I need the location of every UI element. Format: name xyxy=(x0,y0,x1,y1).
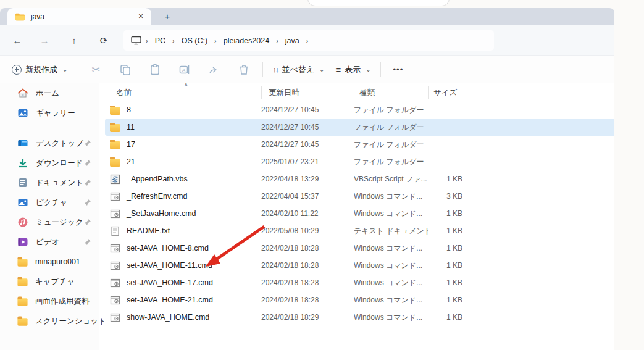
more-options-button[interactable]: ••• xyxy=(385,60,412,80)
file-row-readme-txt[interactable]: README.txt 2022/05/08 10:29 テキスト ドキュメント … xyxy=(105,222,614,240)
sidebar-item-minapuro001[interactable]: minapuro001 xyxy=(2,252,96,272)
file-type: Windows コマンド... xyxy=(354,312,428,323)
file-date: 2022/04/18 13:29 xyxy=(261,175,354,183)
file-name: README.txt xyxy=(127,227,170,235)
breadcrumb-item-pc[interactable]: PC xyxy=(151,36,169,45)
file-size: 1 KB xyxy=(428,278,467,287)
column-type[interactable]: 種類 xyxy=(359,88,375,98)
sidebar-item-capture[interactable]: キャプチャ xyxy=(2,272,96,291)
sidebar-item-videos[interactable]: ビデオ xyxy=(2,232,96,252)
file-row-17[interactable]: 17 2024/12/27 10:45 ファイル フォルダー xyxy=(105,136,614,153)
file-type: Windows コマンド... xyxy=(354,295,428,306)
cmd-file-icon xyxy=(110,295,120,306)
sidebar-item-desktop[interactable]: デスクトップ xyxy=(2,133,96,153)
file-row-set-java-home-8-cmd[interactable]: set-JAVA_HOME-8.cmd 2024/02/18 18:28 Win… xyxy=(105,240,614,257)
file-date: 2024/12/27 10:45 xyxy=(261,140,354,149)
sidebar-item-label: スクリーンショット xyxy=(35,316,106,327)
vbscript-file-icon xyxy=(110,174,120,185)
column-resizer[interactable] xyxy=(479,86,479,99)
column-date[interactable]: 更新日時 xyxy=(269,88,299,98)
tab-bar: java × + xyxy=(0,8,614,25)
chevron-right-icon: › xyxy=(303,37,312,44)
file-size: 1 KB xyxy=(428,244,467,252)
column-size[interactable]: サイズ xyxy=(433,88,457,98)
folder-icon xyxy=(15,12,25,22)
paste-button[interactable] xyxy=(140,60,170,80)
file-date: 2022/04/04 15:37 xyxy=(261,192,354,201)
view-icon: ≡ xyxy=(335,64,341,75)
document-icon xyxy=(17,177,28,188)
sort-button[interactable]: ↑↓ 並べ替え ⌄ xyxy=(267,60,330,80)
folder-icon xyxy=(17,318,27,325)
column-name[interactable]: 名前 xyxy=(116,88,132,98)
file-date: 2024/12/27 10:45 xyxy=(261,106,354,114)
file-size: 1 KB xyxy=(428,261,467,270)
sidebar-item-screen-materials[interactable]: 画面作成用資料 xyxy=(2,291,96,311)
file-row-set-java-home-17-cmd[interactable]: set-JAVA_HOME-17.cmd 2024/02/18 18:28 Wi… xyxy=(105,274,614,291)
toolbar-divider xyxy=(380,62,381,77)
sidebar-item-music[interactable]: ミュージック xyxy=(2,212,96,232)
file-row-8[interactable]: 8 2024/12/27 10:45 ファイル フォルダー xyxy=(105,101,614,119)
home-icon xyxy=(17,88,28,99)
breadcrumb-item-java[interactable]: java xyxy=(282,36,303,45)
file-row-show-java-home-cmd[interactable]: show-JAVA_HOME.cmd 2024/02/18 18:29 Wind… xyxy=(105,309,614,326)
file-date: 2024/02/18 18:28 xyxy=(261,278,354,287)
view-button-label: 表示 xyxy=(345,64,361,75)
cmd-file-icon xyxy=(110,260,120,271)
file-row-set-java-home-21-cmd[interactable]: set-JAVA_HOME-21.cmd 2024/02/18 18:28 Wi… xyxy=(105,291,614,309)
view-button[interactable]: ≡ 表示 ⌄ xyxy=(330,60,376,80)
pin-icon xyxy=(84,140,91,147)
sidebar-item-home[interactable]: ホーム xyxy=(2,83,96,103)
cut-icon: ✂ xyxy=(90,64,102,76)
command-toolbar: 新規作成 ⌄ ✂ A xyxy=(0,56,614,83)
up-icon[interactable]: ↑ xyxy=(67,33,82,48)
folder-icon xyxy=(110,159,120,167)
sort-button-label: 並べ替え xyxy=(282,64,314,75)
plus-circle-icon xyxy=(12,65,22,75)
sidebar-item-documents[interactable]: ドキュメント xyxy=(2,173,96,193)
breadcrumb[interactable]: › PC › OS (C:) › pleiades2024 › java › xyxy=(123,30,494,51)
file-type: Windows コマンド... xyxy=(354,278,428,288)
sidebar-item-downloads[interactable]: ダウンロード xyxy=(2,153,96,173)
column-resizer[interactable] xyxy=(428,86,429,99)
tab-close-icon[interactable]: × xyxy=(135,11,146,22)
breadcrumb-item-pleiades2024[interactable]: pleiades2024 xyxy=(220,36,273,45)
sidebar-item-pictures[interactable]: ピクチャ xyxy=(2,193,96,212)
file-list: 8 2024/12/27 10:45 ファイル フォルダー 11 2024/12… xyxy=(105,101,614,326)
sort-ascending-icon: ∧ xyxy=(184,81,188,88)
file-row-set-java-home-11-cmd[interactable]: set-JAVA_HOME-11.cmd 2024/02/18 18:28 Wi… xyxy=(105,257,614,274)
pictures-icon xyxy=(17,197,28,208)
file-row-21[interactable]: 21 2025/01/07 23:21 ファイル フォルダー xyxy=(105,153,614,170)
file-name: 11 xyxy=(127,123,135,131)
file-type: ファイル フォルダー xyxy=(354,157,428,167)
sidebar-item-gallery[interactable]: ギャラリー xyxy=(2,103,96,123)
file-date: 2024/02/18 18:28 xyxy=(261,244,354,252)
new-button-label: 新規作成 xyxy=(25,64,57,75)
music-icon xyxy=(17,217,28,228)
column-resizer[interactable] xyxy=(261,86,262,99)
cmd-file-icon xyxy=(110,243,120,254)
rename-button[interactable]: A xyxy=(170,60,199,80)
file-row-refreshenv-cmd[interactable]: _RefreshEnv.cmd 2022/04/04 15:37 Windows… xyxy=(105,188,614,205)
file-row-setjavahome-cmd[interactable]: _SetJavaHome.cmd 2024/02/10 11:22 Window… xyxy=(105,205,614,222)
sidebar-item-screenshots[interactable]: スクリーンショット xyxy=(2,311,96,331)
cut-button[interactable]: ✂ xyxy=(81,60,111,80)
file-size: 1 KB xyxy=(428,209,467,218)
delete-button[interactable] xyxy=(229,60,259,80)
new-tab-button[interactable]: + xyxy=(159,10,175,23)
file-row-appendpath-vbs[interactable]: _AppendPath.vbs 2022/04/18 13:29 VBScrip… xyxy=(105,170,614,188)
refresh-icon[interactable]: ⟳ xyxy=(96,33,111,48)
breadcrumb-item-drive[interactable]: OS (C:) xyxy=(178,36,211,45)
paste-icon xyxy=(149,64,161,76)
tab-java[interactable]: java × xyxy=(7,8,151,25)
back-icon[interactable]: ← xyxy=(10,33,25,48)
file-date: 2024/02/18 18:28 xyxy=(261,296,354,304)
pane-divider[interactable] xyxy=(101,83,101,350)
file-name: _AppendPath.vbs xyxy=(127,175,188,183)
video-icon xyxy=(17,236,28,248)
new-button[interactable]: 新規作成 ⌄ xyxy=(6,60,73,80)
column-resizer[interactable] xyxy=(354,86,354,99)
share-button[interactable] xyxy=(199,60,229,80)
copy-button[interactable] xyxy=(111,60,140,80)
file-row-11[interactable]: 11 2024/12/27 10:45 ファイル フォルダー xyxy=(105,119,614,136)
